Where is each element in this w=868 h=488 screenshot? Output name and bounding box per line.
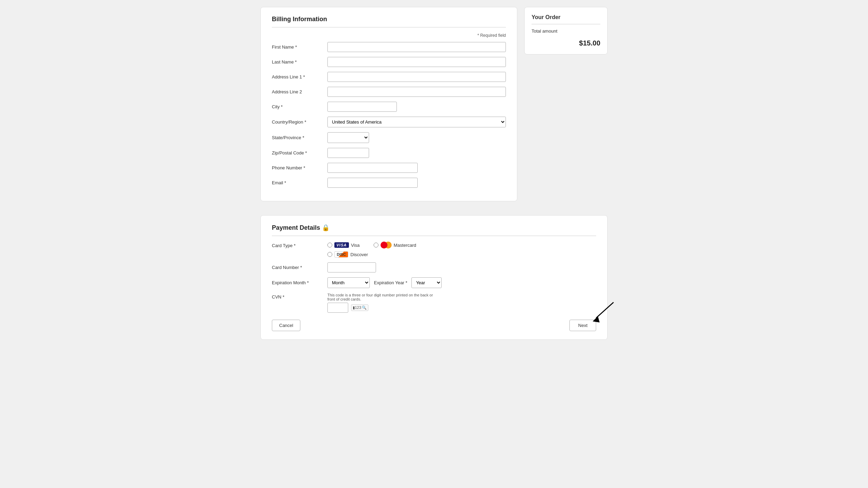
phone-input[interactable]	[327, 163, 418, 173]
visa-radio[interactable]	[327, 243, 332, 247]
city-input[interactable]	[327, 102, 397, 112]
cvn-help-icon: ▮123 🔍	[351, 304, 368, 311]
order-divider	[532, 24, 600, 24]
expiry-year-select[interactable]: Year 2024 2025 2026 2027 2028 2029 2030	[411, 277, 442, 288]
discover-logo-icon: DISC	[334, 251, 348, 258]
payment-section: Payment Details 🔒 Card Type * VISA Visa	[260, 215, 608, 340]
required-note: * Required field	[272, 33, 506, 38]
mastercard-radio[interactable]	[374, 243, 378, 247]
billing-divider	[272, 27, 506, 27]
last-name-label: Last Name *	[272, 59, 327, 65]
last-name-input[interactable]	[327, 57, 506, 67]
state-select[interactable]: Alabama Alaska California New York Texas	[327, 132, 369, 143]
card-options: VISA Visa Mastercard	[327, 242, 416, 258]
state-row: State/Province * Alabama Alaska Californ…	[272, 132, 506, 143]
city-label: City *	[272, 104, 327, 109]
phone-row: Phone Number *	[272, 163, 506, 173]
visa-label: Visa	[351, 243, 360, 248]
next-button[interactable]: Next	[569, 320, 596, 331]
expiry-month-select[interactable]: Month January February March April May J…	[327, 277, 370, 288]
phone-label: Phone Number *	[272, 165, 327, 170]
buttons-row: Cancel Next	[272, 320, 596, 331]
card-type-label: Card Type *	[272, 242, 327, 248]
expiry-month-label: Expiration Month *	[272, 280, 327, 285]
email-row: Email *	[272, 178, 506, 188]
city-row: City *	[272, 102, 506, 112]
cvn-inputs: ▮123 🔍	[327, 303, 439, 313]
mastercard-label: Mastercard	[394, 243, 416, 248]
expiry-selects: Month January February March April May J…	[327, 277, 442, 288]
address2-row: Address Line 2	[272, 87, 506, 97]
address1-input[interactable]	[327, 72, 506, 82]
first-name-row: First Name *	[272, 42, 506, 52]
mastercard-logo-icon	[381, 242, 392, 249]
payment-title: Payment Details 🔒	[272, 224, 596, 232]
zip-row: Zip/Postal Code *	[272, 148, 506, 158]
last-name-row: Last Name *	[272, 57, 506, 67]
first-name-input[interactable]	[327, 42, 506, 52]
next-button-wrapper: Next	[569, 320, 596, 331]
payment-divider	[272, 236, 596, 236]
billing-title: Billing Information	[272, 16, 506, 23]
visa-logo-icon: VISA	[334, 242, 349, 248]
discover-label: Discover	[350, 252, 368, 257]
address1-label: Address Line 1 *	[272, 74, 327, 79]
cvn-content: This code is a three or four digit numbe…	[327, 293, 439, 313]
expiry-year-label: Expiration Year *	[374, 280, 407, 285]
mastercard-option: Mastercard	[374, 242, 416, 249]
first-name-label: First Name *	[272, 44, 327, 50]
cvn-input[interactable]	[327, 303, 348, 313]
billing-form-card: Billing Information * Required field Fir…	[260, 7, 517, 201]
svg-line-0	[596, 302, 614, 318]
zip-input[interactable]	[327, 148, 369, 158]
payment-card: Payment Details 🔒 Card Type * VISA Visa	[260, 215, 608, 340]
address2-label: Address Line 2	[272, 89, 327, 94]
cvn-note: This code is a three or four digit numbe…	[327, 293, 439, 301]
email-label: Email *	[272, 180, 327, 185]
discover-option: DISC Discover	[327, 251, 368, 258]
discover-radio[interactable]	[327, 252, 332, 257]
address2-input[interactable]	[327, 87, 506, 97]
email-input[interactable]	[327, 178, 418, 188]
order-card: Your Order Total amount $15.00	[524, 7, 608, 54]
card-type-row: Card Type * VISA Visa	[272, 242, 596, 258]
lock-icon: 🔒	[322, 224, 329, 231]
card-number-label: Card Number *	[272, 265, 327, 270]
cvn-row: CVN * This code is a three or four digit…	[272, 293, 596, 313]
state-label: State/Province *	[272, 135, 327, 140]
card-option-row-1: VISA Visa Mastercard	[327, 242, 416, 249]
card-number-row: Card Number *	[272, 262, 596, 272]
zip-label: Zip/Postal Code *	[272, 150, 327, 155]
address1-row: Address Line 1 *	[272, 72, 506, 82]
cancel-button[interactable]: Cancel	[272, 320, 300, 331]
card-option-row-2: DISC Discover	[327, 251, 416, 258]
country-row: Country/Region * United States of Americ…	[272, 117, 506, 127]
cvn-label: CVN *	[272, 293, 327, 300]
card-number-input[interactable]	[327, 262, 376, 272]
expiry-row: Expiration Month * Month January Februar…	[272, 277, 596, 288]
country-select[interactable]: United States of America Canada United K…	[327, 117, 506, 127]
visa-option: VISA Visa	[327, 242, 360, 249]
total-amount-label: Total amount	[532, 28, 600, 34]
country-label: Country/Region *	[272, 119, 327, 125]
total-amount-value: $15.00	[532, 39, 600, 47]
order-title: Your Order	[532, 14, 600, 20]
